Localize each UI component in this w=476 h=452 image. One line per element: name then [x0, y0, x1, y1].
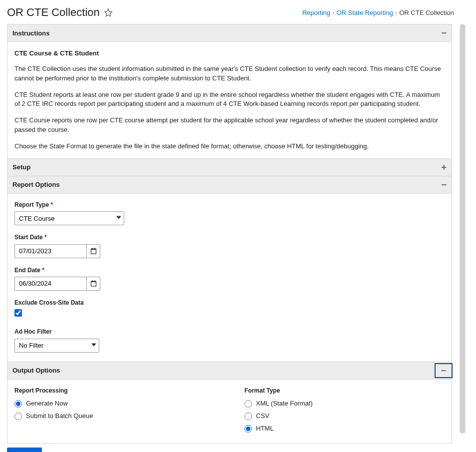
page-title: OR CTE Collection — [7, 6, 100, 19]
calendar-icon — [90, 247, 97, 255]
output-options-panel: Output Options − Report Processing Gener… — [7, 362, 452, 444]
report-type-select[interactable]: CTE Course — [14, 211, 124, 225]
instructions-panel-title: Instructions — [12, 29, 49, 37]
collapse-icon: − — [441, 180, 447, 189]
submit-batch-label: Submit to Batch Queue — [26, 412, 93, 421]
end-date-input[interactable] — [14, 277, 86, 291]
chevron-right-icon: › — [332, 9, 334, 16]
report-options-panel-header[interactable]: Report Options − — [7, 176, 452, 194]
generate-now-radio[interactable] — [14, 400, 22, 408]
end-date-calendar-button[interactable] — [86, 277, 100, 291]
expand-icon: + — [441, 163, 447, 172]
collapse-icon: − — [441, 28, 447, 37]
setup-panel-header[interactable]: Setup + — [7, 159, 452, 176]
output-options-panel-title: Output Options — [12, 367, 60, 374]
breadcrumb: Reporting › OR State Reporting › OR CTE … — [302, 9, 454, 16]
format-html-radio[interactable] — [244, 425, 252, 433]
instructions-p4: Choose the State Format to generate the … — [14, 142, 445, 151]
instructions-panel: Instructions − CTE Course & CTE Student … — [7, 24, 452, 159]
end-date-label: End Date * — [14, 266, 445, 275]
generate-now-label: Generate Now — [26, 399, 68, 409]
breadcrumb-link-reporting[interactable]: Reporting — [302, 9, 330, 16]
instructions-p3: CTE Course reports one row per CTE cours… — [14, 116, 445, 135]
start-date-input[interactable] — [14, 244, 86, 258]
start-date-label: Start Date * — [14, 233, 445, 242]
adhoc-filter-select[interactable]: No Filter — [14, 339, 99, 353]
report-options-panel: Report Options − Report Type * CTE Cours… — [7, 176, 452, 362]
favorite-star-icon[interactable] — [104, 8, 113, 17]
report-options-panel-title: Report Options — [12, 181, 60, 188]
breadcrumb-link-state-reporting[interactable]: OR State Reporting — [336, 9, 393, 16]
exclude-cross-site-label: Exclude Cross-Site Data — [14, 299, 445, 307]
primary-action-button[interactable] — [7, 448, 42, 452]
scrollbar-thumb[interactable] — [460, 24, 465, 434]
scrollbar[interactable] — [459, 24, 466, 434]
instructions-p1: The CTE Collection uses the student info… — [14, 64, 445, 83]
output-options-panel-header[interactable]: Output Options − — [7, 362, 452, 380]
instructions-p2: CTE Student reports at least one row per… — [14, 90, 445, 109]
setup-panel: Setup + — [7, 159, 452, 176]
collapse-icon: − — [435, 363, 453, 378]
format-html-label: HTML — [256, 424, 273, 434]
instructions-subheading: CTE Course & CTE Student — [14, 49, 445, 58]
format-csv-radio[interactable] — [244, 413, 252, 420]
chevron-right-icon: › — [395, 9, 397, 16]
report-processing-label: Report Processing — [14, 387, 215, 395]
submit-batch-radio[interactable] — [14, 413, 22, 420]
breadcrumb-current: OR CTE Collection — [399, 9, 454, 16]
format-xml-label: XML (State Format) — [256, 399, 313, 409]
setup-panel-title: Setup — [12, 163, 30, 171]
report-type-label: Report Type * — [14, 201, 445, 209]
adhoc-filter-label: Ad Hoc Filter — [14, 328, 445, 336]
instructions-panel-header[interactable]: Instructions − — [7, 24, 452, 42]
start-date-calendar-button[interactable] — [86, 244, 100, 258]
format-type-label: Format Type — [244, 387, 445, 395]
format-csv-label: CSV — [256, 412, 269, 421]
exclude-cross-site-checkbox[interactable] — [14, 309, 22, 317]
format-xml-radio[interactable] — [244, 400, 252, 408]
calendar-icon — [90, 280, 97, 287]
page-header: OR CTE Collection Reporting › OR State R… — [0, 0, 459, 24]
